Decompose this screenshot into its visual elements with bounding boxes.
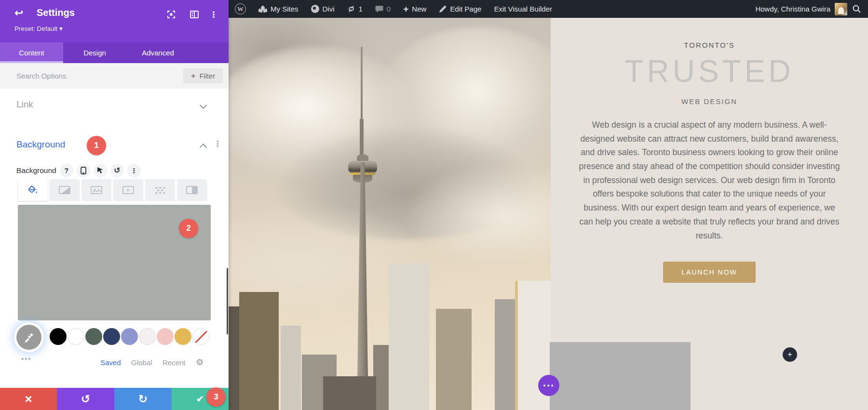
recent-link[interactable]: Recent [163, 358, 186, 367]
header-kebab-icon[interactable]: ⋮ [208, 9, 219, 20]
undo-button[interactable]: ↺ [57, 388, 114, 410]
comments-menu[interactable]: 0 [369, 0, 397, 18]
focus-mode-icon[interactable] [166, 9, 176, 20]
gear-icon[interactable]: ⚙ [196, 357, 203, 368]
multisite-icon [258, 5, 267, 13]
filter-button[interactable]: + Filter [183, 68, 223, 83]
color-swatches [50, 328, 209, 345]
hero-text-panel: TORONTO'S TRUSTED WEB DESIGN Web design … [551, 18, 868, 410]
callout-badge-1: 1 [87, 136, 106, 155]
hero-heading: TRUSTED [551, 56, 868, 87]
swatch-link-row: Saved Global Recent ⚙ [0, 358, 229, 368]
divi-icon [311, 5, 319, 13]
pencil-icon [439, 5, 447, 13]
exit-visual-builder[interactable]: Exit Visual Builder [488, 0, 558, 18]
howdy-account-menu[interactable]: Howdy, Christina Gwira [755, 0, 847, 18]
building [281, 326, 301, 410]
color-swatch[interactable] [157, 328, 174, 345]
tab-advanced[interactable]: Advanced [126, 42, 190, 63]
color-swatch[interactable] [139, 328, 156, 345]
bg-gradient-tab[interactable] [50, 179, 80, 201]
add-module-button[interactable]: + [783, 347, 797, 362]
building [389, 263, 429, 410]
search-options-bar: Search Options + Filter [0, 63, 229, 89]
wordpress-icon: W [235, 3, 246, 14]
wp-logo-menu[interactable]: W [229, 0, 252, 18]
page-preview: TORONTO'S TRUSTED WEB DESIGN Web design … [229, 18, 868, 410]
plus-icon: + [403, 4, 408, 14]
divi-label: Divi [323, 5, 335, 13]
help-icon[interactable]: ? [60, 164, 73, 177]
back-icon[interactable]: ↩ [14, 7, 23, 19]
global-link[interactable]: Global [131, 358, 152, 367]
link-section-title[interactable]: Link [16, 99, 33, 110]
edit-page-menu[interactable]: Edit Page [433, 0, 488, 18]
new-label: New [412, 5, 426, 13]
my-sites-menu[interactable]: My Sites [252, 0, 305, 18]
chevron-up-icon[interactable] [201, 143, 206, 152]
background-field-label: Background [16, 166, 56, 175]
hover-cursor-icon[interactable] [94, 164, 107, 177]
color-swatch[interactable] [103, 328, 120, 345]
color-swatch[interactable] [50, 328, 67, 345]
field-kebab-icon[interactable]: ⋮ [127, 164, 141, 177]
search-icon[interactable] [852, 4, 861, 13]
bg-video-tab[interactable] [113, 179, 143, 201]
update-icon [347, 5, 355, 13]
launch-now-button[interactable]: LAUNCH NOW [663, 262, 756, 283]
color-swatch[interactable] [121, 328, 138, 345]
swatch-row [0, 324, 229, 354]
eyedropper-button[interactable] [16, 325, 41, 350]
panel-action-bar: × ↺ ↻ ✔ [0, 388, 229, 410]
background-type-tabs [18, 179, 207, 201]
building [436, 309, 472, 410]
divi-settings-panel: ↩ Settings Preset: Default ▾ ⋮ Content D… [0, 0, 229, 410]
background-field-toolbar: Background ? ↺ ⋮ [0, 162, 229, 178]
background-section: Background ⋮ [0, 122, 229, 162]
new-menu[interactable]: + New [397, 0, 433, 18]
responsive-phone-icon[interactable] [77, 164, 90, 177]
section-kebab-icon[interactable]: ⋮ [214, 139, 221, 148]
discard-button[interactable]: × [0, 388, 57, 410]
avatar [835, 3, 847, 15]
howdy-label: Howdy, Christina Gwira [755, 5, 830, 13]
color-swatch[interactable] [175, 328, 191, 345]
settings-header: ↩ Settings Preset: Default ▾ ⋮ [0, 0, 229, 42]
cn-tower-photo [229, 18, 551, 410]
updates-count: 1 [359, 5, 363, 13]
color-swatch[interactable] [68, 328, 84, 345]
hero-kicker: TORONTO'S [551, 41, 868, 49]
screen: W My Sites Divi 1 [0, 0, 868, 410]
hero-subheading: WEB DESIGN [551, 97, 868, 106]
hero-paragraph: Web design is a crucial aspect of any mo… [578, 118, 841, 242]
color-swatch[interactable] [192, 328, 209, 345]
preset-dropdown[interactable]: Preset: Default ▾ [14, 25, 63, 32]
plus-icon: + [191, 71, 196, 81]
bg-pattern-tab[interactable] [145, 179, 175, 201]
settings-title: Settings [37, 7, 75, 18]
my-sites-label: My Sites [271, 5, 298, 13]
link-section: Link [0, 89, 229, 122]
updates-menu[interactable]: 1 [341, 0, 369, 18]
bg-image-tab[interactable] [81, 179, 111, 201]
settings-tabs: Content Design Advanced [0, 42, 229, 63]
comments-count: 0 [387, 5, 391, 13]
building [323, 376, 376, 410]
bg-color-tab[interactable] [18, 179, 48, 201]
gray-placeholder-module [550, 342, 691, 410]
section-options-button[interactable]: ... [538, 375, 559, 396]
saved-link[interactable]: Saved [100, 358, 121, 367]
reset-undo-icon[interactable]: ↺ [110, 164, 124, 177]
divi-menu[interactable]: Divi [305, 0, 341, 18]
panel-layout-icon[interactable] [189, 9, 200, 20]
color-swatch[interactable] [85, 328, 102, 345]
bg-mask-tab[interactable] [177, 179, 207, 201]
tab-design[interactable]: Design [63, 42, 126, 63]
callout-badge-2: 2 [179, 219, 198, 238]
redo-button[interactable]: ↻ [114, 388, 172, 410]
tab-content[interactable]: Content [0, 42, 63, 63]
panel-scrollbar[interactable] [227, 268, 228, 334]
building [239, 292, 279, 410]
chevron-down-icon[interactable] [201, 101, 206, 110]
background-section-title[interactable]: Background [16, 139, 65, 150]
